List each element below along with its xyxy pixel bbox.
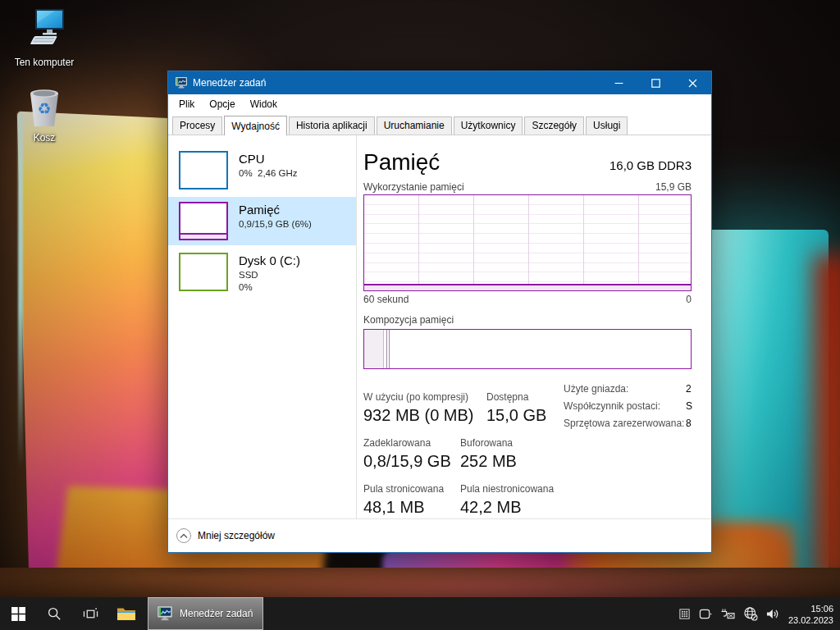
sidebar-item-disk[interactable]: Dysk 0 (C:) SSD 0% <box>168 248 356 299</box>
taskbar-clock[interactable]: 15:06 23.02.2023 <box>788 602 833 626</box>
task-view-icon <box>83 607 98 621</box>
close-button[interactable] <box>674 71 711 94</box>
close-icon <box>688 79 697 88</box>
detail-label: Współczynnik postaci: <box>564 400 660 412</box>
composition-standby-line <box>389 330 390 368</box>
memory-composition-bar <box>363 329 692 369</box>
memory-usage-chart <box>363 194 692 291</box>
start-button[interactable] <box>0 597 36 630</box>
composition-label: Kompozycja pamięci <box>363 314 692 326</box>
search-icon <box>47 606 62 621</box>
memory-capacity: 16,0 GB DDR3 <box>609 158 692 175</box>
clock-date: 23.02.2023 <box>788 614 833 626</box>
recycle-symbol-icon: ♻ <box>23 99 66 118</box>
usage-chart-max: 15,9 GB <box>655 181 692 193</box>
minimize-button[interactable] <box>600 71 637 94</box>
memory-panel: Pamięć 16,0 GB DDR3 Wykorzystanie pamięc… <box>357 135 711 522</box>
tab-uruchamianie[interactable]: Uruchamianie <box>377 116 452 135</box>
stat-value: 48,1 MB <box>363 497 460 517</box>
desktop-icon-label: Ten komputer <box>5 57 84 68</box>
stat-label: Dostępna <box>486 391 546 403</box>
system-tray <box>678 606 780 621</box>
stat-value: 252 MB <box>460 451 517 471</box>
this-pc-icon <box>22 7 66 51</box>
maximize-icon <box>651 79 660 88</box>
stat-value: 42,2 MB <box>460 497 554 517</box>
stat-value: 932 MB (0 MB) <box>363 405 486 425</box>
desktop-icon-label: Kosz <box>5 132 84 144</box>
stat-value: 15,0 GB <box>486 405 546 425</box>
hardware-details: Użyte gniazda: 2 Współczynnik postaci: S… <box>564 383 693 435</box>
tab-procesy[interactable]: Procesy <box>172 116 222 135</box>
sidebar-item-title: CPU <box>239 152 298 166</box>
tray-grid-icon[interactable] <box>678 608 691 620</box>
usage-chart-label: Wykorzystanie pamięci <box>363 181 464 193</box>
task-manager-app-icon <box>175 76 188 89</box>
file-explorer-icon <box>116 606 136 622</box>
sidebar-item-title: Dysk 0 (C:) <box>239 253 300 267</box>
menu-widok[interactable]: Widok <box>243 95 285 113</box>
tab-uzytkownicy[interactable]: Użytkownicy <box>454 116 523 135</box>
maximize-button[interactable] <box>637 71 674 94</box>
memory-usage-area <box>364 284 691 290</box>
task-view-button[interactable] <box>72 597 108 630</box>
menu-plik[interactable]: Plik <box>171 95 202 113</box>
menu-bar: Plik Opcje Widok <box>168 94 711 114</box>
minimize-icon <box>614 79 623 88</box>
less-details-label: Mniej szczegółów <box>198 530 275 541</box>
stat-label: W użyciu (po kompresji) <box>363 391 486 403</box>
task-manager-app-icon <box>157 605 173 622</box>
stat-label: Pula stronicowana <box>363 483 460 495</box>
tray-network-no-internet-icon[interactable] <box>743 606 758 621</box>
taskbar-app-task-manager[interactable]: Menedżer zadań <box>148 597 263 630</box>
stat-label: Zadeklarowana <box>363 437 460 449</box>
sidebar-item-title: Pamięć <box>239 203 312 217</box>
tab-historia-aplikacji[interactable]: Historia aplikacji <box>289 116 375 135</box>
tab-szczegoly[interactable]: Szczegóły <box>524 116 584 135</box>
task-manager-window: Menedżer zadań Plik Opcje Widok Procesy … <box>167 71 712 553</box>
sidebar-item-subtitle: SSD <box>239 269 300 281</box>
chevron-up-icon <box>176 528 191 543</box>
detail-label: Użyte gniazda: <box>564 383 628 395</box>
window-footer: Mniej szczegółów <box>168 518 711 552</box>
detail-label: Sprzętowa zarezerwowana: <box>564 418 684 429</box>
tab-uslugi[interactable]: Usługi <box>586 116 628 135</box>
stat-value: 0,8/15,9 GB <box>363 451 460 471</box>
desktop-icon-recycle-bin[interactable]: ♻ Kosz <box>5 85 84 144</box>
stat-label: Pula niestronicowana <box>460 483 554 495</box>
sidebar-item-subtitle2: 0% <box>239 281 300 294</box>
less-details-button[interactable]: Mniej szczegółów <box>176 528 275 543</box>
taskbar-app-label: Menedżer zadań <box>180 608 253 619</box>
window-title: Menedżer zadań <box>193 77 266 89</box>
title-bar[interactable]: Menedżer zadań <box>168 71 711 94</box>
detail-value: 8 <box>686 418 693 429</box>
stat-label: Buforowana <box>460 437 517 449</box>
detail-value: 2 <box>686 383 693 395</box>
memory-graph-thumbnail <box>179 202 228 240</box>
tray-tablet-icon[interactable] <box>698 608 713 620</box>
windows-logo-icon <box>11 607 25 621</box>
cpu-graph-thumbnail <box>179 151 228 189</box>
tab-bar: Procesy Wydajność Historia aplikacji Uru… <box>168 114 711 135</box>
taskbar: Menedżer zadań <box>0 597 840 630</box>
clock-time: 15:06 <box>788 603 833 614</box>
composition-used-segment <box>364 330 384 368</box>
tray-volume-icon[interactable] <box>765 608 780 620</box>
usage-chart-timespan: 60 sekund <box>363 294 409 305</box>
disk-graph-thumbnail <box>179 253 228 291</box>
sidebar-item-subtitle: 0,9/15,9 GB (6%) <box>239 218 312 231</box>
usage-chart-end: 0 <box>686 294 692 305</box>
tab-wydajnosc[interactable]: Wydajność <box>224 116 287 135</box>
sidebar-item-cpu[interactable]: CPU 0% 2,46 GHz <box>168 146 356 194</box>
sidebar-item-subtitle: 0% 2,46 GHz <box>239 167 298 180</box>
menu-opcje[interactable]: Opcje <box>202 95 242 113</box>
sidebar-item-memory[interactable]: Pamięć 0,9/15,9 GB (6%) <box>168 197 356 245</box>
detail-value: S <box>686 400 693 412</box>
page-title: Pamięć <box>363 150 440 175</box>
tray-remove-hardware-icon[interactable] <box>720 608 736 620</box>
file-explorer-button[interactable] <box>108 597 144 630</box>
desktop-icon-this-pc[interactable]: Ten komputer <box>5 7 84 68</box>
performance-sidebar: CPU 0% 2,46 GHz Pamięć 0,9/15,9 GB (6%) … <box>168 135 356 522</box>
search-button[interactable] <box>36 597 72 630</box>
desktop: Ten komputer ♻ Kosz <box>0 0 840 630</box>
